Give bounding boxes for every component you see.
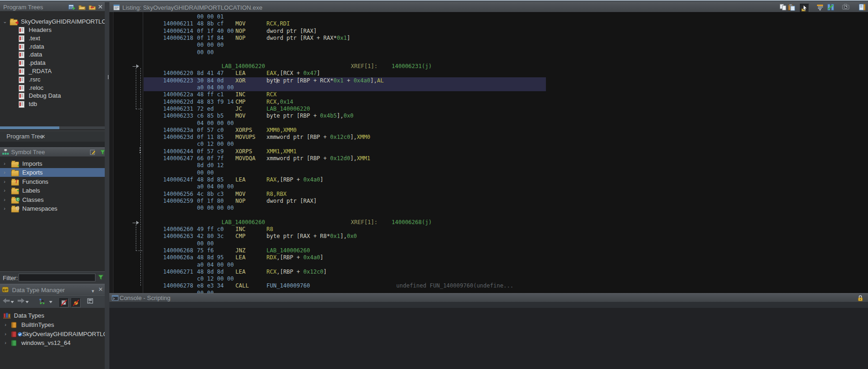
mnemonic[interactable]: JC [235, 106, 242, 113]
chevron-right-icon[interactable]: › [4, 188, 6, 193]
listing-row[interactable]: 14000622a48 ff c1INCRCX [109, 91, 868, 99]
address[interactable]: 140006256 [163, 191, 193, 198]
mnemonic[interactable]: NOP [235, 35, 246, 42]
dtm-item[interactable]: › SkyOverlayGHIDRAIMPORTLOCATION.exe [0, 330, 105, 338]
mnemonic[interactable]: MOV [235, 191, 246, 198]
listing-row[interactable]: LAB_140006220XREF[1]:140006231(j) [109, 63, 868, 70]
chevron-right-icon[interactable]: › [4, 179, 6, 184]
tab-close-icon[interactable]: ✕ [41, 134, 45, 139]
listing-row[interactable]: 140006278e8 e3 34CALLFUN_140009760undefi… [109, 282, 868, 290]
dropdown-arrow-icon[interactable] [49, 301, 52, 303]
address[interactable]: 140006233 [163, 113, 193, 119]
chevron-down-icon[interactable]: ⌄ [3, 19, 7, 24]
sidebar-main-splitter[interactable] [105, 2, 109, 369]
chevron-right-icon[interactable]: › [5, 340, 6, 345]
mnemonic[interactable]: JNZ [235, 247, 246, 254]
listing-row[interactable]: 1400062140f 1f 40 00NOPdword ptr [RAX] [109, 28, 868, 35]
hide-hand-icon[interactable] [71, 298, 81, 307]
tree-item[interactable]: .text [0, 34, 105, 43]
listing-row[interactable]: 14000622d48 83 f9 14CMPRCX,0x14 [109, 99, 868, 106]
forward-arrow-icon[interactable] [18, 298, 25, 303]
close-icon[interactable] [98, 4, 103, 9]
mnemonic[interactable]: LEA [235, 254, 246, 261]
mnemonic[interactable]: CMP [235, 99, 246, 106]
operands[interactable]: LAB_140006220 [266, 106, 310, 113]
mnemonic[interactable]: MOVUPS [235, 134, 255, 141]
operands[interactable]: byte ptr [RBP + 0x4b5],0x0 [266, 113, 354, 119]
operands[interactable]: XMM1,XMM1 [266, 148, 297, 155]
address[interactable]: 140006260 [163, 226, 193, 233]
listing-row[interactable]: 00 00 [109, 240, 868, 248]
listing-row[interactable]: 14000626049 ff c0INCR8 [109, 226, 868, 233]
listing-row[interactable]: 14000624f48 8d 85LEARAX,[RBP + 0x4a0] [109, 176, 868, 184]
listing-row[interactable]: 14000627148 8d 8dLEARCX,[RBP + 0x12c0] [109, 269, 868, 276]
operands[interactable]: byte ptr [RBP + RCX*0x1 + 0x4a0],AL [266, 77, 384, 84]
code-label[interactable]: LAB_140006220 [222, 63, 265, 70]
operands[interactable]: xmmword ptr [RBP + 0x12d0],XMM1 [266, 155, 370, 162]
operands[interactable]: FUN_140009760 [266, 282, 310, 289]
address[interactable]: 140006259 [163, 198, 193, 205]
copy-icon[interactable] [779, 4, 787, 11]
listing-row[interactable]: 14000623a0f 57 c0XORPSXMM0,XMM0 [109, 127, 868, 134]
address[interactable]: 140006271 [163, 269, 193, 275]
type-graph-icon[interactable] [39, 298, 45, 305]
tree-item[interactable]: .rdata [0, 43, 105, 51]
operands[interactable]: RDX,[RBP + 0x4a0] [266, 254, 323, 261]
symbol-tree-item-namespaces[interactable]: › {} Namespaces [0, 204, 105, 213]
address[interactable]: 14000623d [163, 134, 193, 141]
mnemonic[interactable]: XORPS [235, 127, 252, 134]
symbol-tree-item-functions[interactable]: › f Functions [0, 177, 105, 186]
address[interactable]: 14000623a [163, 127, 193, 134]
listing-row[interactable]: 14000626875 f6JNZLAB_140006260 [109, 247, 868, 255]
filter-config-icon[interactable] [98, 274, 104, 281]
tree-item-root[interactable]: ⌄ ◀ SkyOverlayGHIDRAIMPORTLOCATION.exe [0, 18, 105, 26]
listing-row[interactable]: 140006233c6 85 b5MOVbyte ptr [RBP + 0x4b… [109, 113, 868, 120]
address[interactable]: 14000622d [163, 99, 193, 106]
address[interactable]: 140006268 [163, 247, 193, 254]
mnemonic[interactable]: MOV [235, 20, 246, 27]
mnemonic[interactable]: NOP [235, 28, 246, 35]
hide-structures-icon[interactable] [59, 298, 69, 307]
listing-row[interactable]: 14000623172 edJCLAB_140006220 [109, 106, 868, 113]
filter-input[interactable] [19, 274, 95, 281]
mnemonic[interactable]: CMP [235, 233, 246, 240]
address[interactable]: 140006211 [163, 20, 193, 27]
xref-address[interactable]: 140006231(j) [392, 63, 432, 70]
operands[interactable]: RCX,[RBP + 0x12c0] [266, 269, 327, 275]
mnemonic[interactable]: INC [235, 91, 246, 98]
listing-row[interactable]: LAB_140006260XREF[1]:140006268(j) [109, 219, 868, 226]
tree-item[interactable]: Debug Data [0, 92, 105, 100]
operands[interactable]: XMM0,XMM0 [266, 127, 297, 134]
mnemonic[interactable]: XORPS [235, 148, 252, 155]
address[interactable]: 140006247 [163, 155, 193, 162]
operands[interactable]: RCX [266, 91, 277, 98]
tab-program-tree[interactable]: Program Tree [6, 131, 43, 142]
console-body[interactable] [109, 302, 868, 369]
listing-row[interactable]: c0 12 00 00 [109, 141, 868, 148]
tree-item[interactable]: tdb [0, 100, 105, 108]
chevron-right-icon[interactable]: › [4, 170, 6, 175]
open-tree-folder-icon[interactable] [78, 4, 86, 10]
dtm-close-icon[interactable]: ✕ [98, 287, 103, 292]
address[interactable]: 140006218 [163, 35, 193, 42]
dtm-item[interactable]: › windows_vs12_64 [0, 338, 105, 347]
address[interactable]: 140006244 [163, 148, 193, 155]
back-arrow-icon[interactable] [3, 298, 10, 303]
dropdown-arrow-icon[interactable] [11, 301, 14, 303]
listing-row[interactable]: 14000623d0f 11 85MOVUPSxmmword ptr [RBP … [109, 134, 868, 141]
listing-row[interactable]: 00 00 [109, 290, 868, 293]
mnemonic[interactable]: LEA [235, 70, 246, 77]
tree-item[interactable]: Headers [0, 26, 105, 34]
operands[interactable]: RAX,[RBP + 0x4a0] [266, 176, 323, 183]
listing-row[interactable]: c0 12 00 00 [109, 275, 868, 283]
listing-row[interactable]: 00 00 [109, 49, 868, 56]
listing-row[interactable]: 1400062440f 57 c9XORPSXMM1,XMM1 [109, 148, 868, 156]
edge-view-icon[interactable] [859, 4, 866, 11]
chevron-right-icon[interactable]: › [5, 331, 6, 337]
operands[interactable]: RCX,RDI [266, 20, 290, 27]
operands[interactable]: LAB_140006260 [266, 247, 310, 254]
cursor-selection-icon[interactable] [800, 4, 809, 13]
operands[interactable]: R8 [266, 226, 273, 233]
mnemonic[interactable]: MOV [235, 113, 246, 119]
mnemonic[interactable]: CALL [235, 282, 249, 289]
